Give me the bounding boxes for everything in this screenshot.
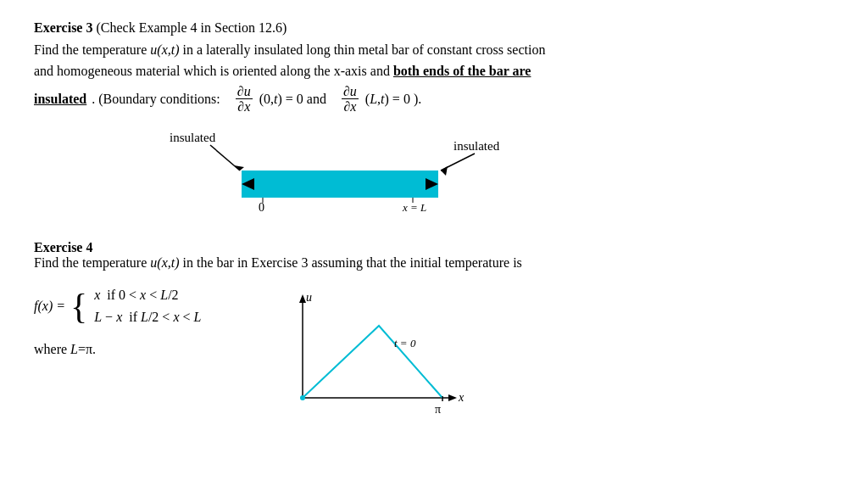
bar-label-right: insulated: [453, 139, 500, 153]
ex3-line1b: in a laterally insulated long thin metal…: [180, 42, 546, 57]
fraction1-numerator: ∂u: [236, 84, 253, 100]
ex3-bold-underline: both ends of the bar are: [393, 64, 531, 78]
bc2-val: (L,t) = 0 ).: [365, 88, 421, 110]
case1-cond: if 0 < x < L/2: [107, 288, 178, 303]
case2-cond: if L/2 < x < L: [129, 310, 201, 325]
bc1-val: (0,t) = 0 and: [259, 88, 326, 110]
fraction1-denominator: ∂x: [236, 99, 252, 115]
x-label: x: [458, 391, 464, 404]
exercise-3-block: Exercise 3 (Check Example 4 in Section 1…: [34, 17, 834, 220]
ex3-line1: Find the temperature: [34, 42, 150, 57]
ex4-line1: Find the temperature: [34, 255, 150, 270]
arrow-head-left: [234, 165, 244, 171]
ex3-text: Exercise 3 (Check Example 4 in Section 1…: [34, 17, 834, 115]
piecewise-lhs: f(x) =: [34, 299, 65, 314]
bar-diagram-container: insulated insulated 0 x = L: [102, 126, 559, 220]
where-line: where L=π.: [34, 342, 201, 357]
left-brace: {: [70, 288, 87, 324]
triangle-graph: [303, 326, 442, 398]
piecewise-cases: x if 0 < x < L/2 L − x if L/2 < x < L: [94, 288, 201, 325]
ex4-uxt: u(x,t): [150, 255, 179, 270]
u-label: u: [306, 291, 312, 304]
ex3-title: Exercise 3: [34, 20, 92, 35]
exercise-4-block: Exercise 4 Find the temperature u(x,t) i…: [34, 240, 834, 423]
ex4-text-line: Find the temperature u(x,t) in the bar i…: [34, 255, 834, 271]
fraction2-denominator: ∂x: [342, 99, 358, 115]
bar-diagram-svg: insulated insulated 0 x = L: [102, 126, 559, 220]
piecewise-left: f(x) = { x if 0 < x < L/2 L − x if L/2 <…: [34, 279, 201, 357]
piecewise-function: f(x) = { x if 0 < x < L/2 L − x if L/2 <…: [34, 288, 201, 325]
ex3-line2: and homogeneous material which is orient…: [34, 64, 393, 78]
fraction2-numerator: ∂u: [342, 84, 359, 100]
ex4-content: f(x) = { x if 0 < x < L/2 L − x if L/2 <…: [34, 279, 834, 423]
fraction-2: ∂u ∂x: [342, 84, 359, 115]
axis-xL: x = L: [402, 201, 426, 214]
x-axis-arrow: [448, 394, 457, 401]
boundary-conditions-line: insulated . (Boundary conditions: ∂u ∂x …: [34, 84, 834, 115]
case1-var: x: [94, 288, 100, 303]
pi-label: π: [435, 403, 441, 416]
bc-intro: . (Boundary conditions:: [92, 88, 220, 110]
axis-0: 0: [259, 201, 264, 214]
ex4-header: Exercise 4: [34, 240, 834, 255]
piecewise-case-1: x if 0 < x < L/2: [94, 288, 201, 303]
arrow-head-right: [441, 166, 448, 176]
t0-label: t = 0: [394, 337, 416, 349]
cyan-bar: [242, 171, 438, 198]
u-axis-arrow: [299, 294, 306, 303]
insulated-word: insulated: [34, 88, 86, 110]
bar-label-left: insulated: [170, 131, 216, 144]
graph-container: t = 0 u x π: [277, 288, 464, 423]
ex4-title: Exercise 4: [34, 240, 92, 254]
case2-var: L − x: [94, 310, 122, 325]
graph-svg: t = 0 u x π: [277, 288, 464, 423]
piecewise-case-2: L − x if L/2 < x < L: [94, 310, 201, 325]
origin-dot: [300, 395, 305, 400]
ex4-line1b: in the bar in Exercise 3 assuming that t…: [180, 255, 522, 270]
fraction-1: ∂u ∂x: [236, 84, 253, 115]
ex3-uxt: u(x,t): [150, 42, 179, 57]
ex3-subtitle: (Check Example 4 in Section 12.6): [96, 20, 287, 35]
